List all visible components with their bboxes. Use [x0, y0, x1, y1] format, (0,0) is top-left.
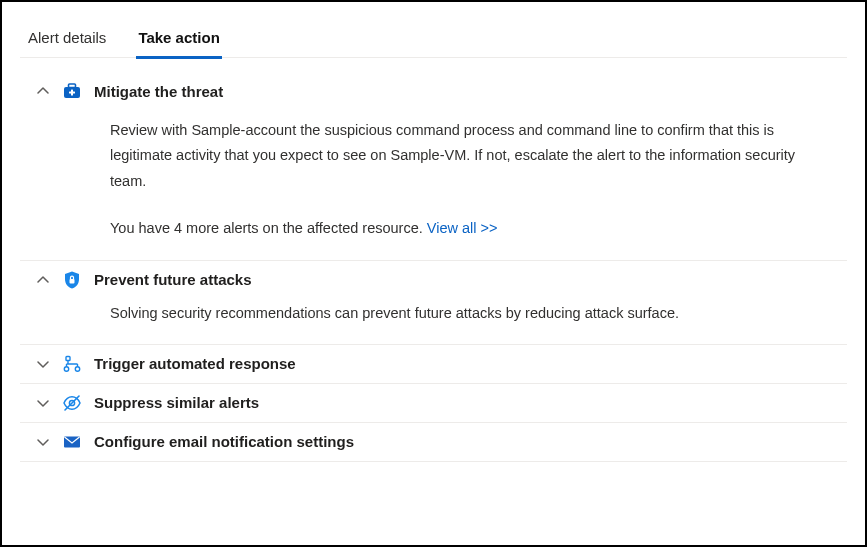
panel-trigger-response: Trigger automated response: [20, 345, 847, 384]
svg-rect-4: [70, 279, 75, 284]
panel-prevent-attacks: Prevent future attacks Solving security …: [20, 261, 847, 345]
panel-mitigate-threat: Mitigate the threat Review with Sample-a…: [20, 72, 847, 261]
panel-header-mitigate[interactable]: Mitigate the threat: [20, 72, 847, 110]
panel-email-settings: Configure email notification settings: [20, 423, 847, 462]
mitigate-description: Review with Sample-account the suspiciou…: [110, 122, 795, 189]
prevent-description: Solving security recommendations can pre…: [110, 305, 679, 321]
take-action-pane: Alert details Take action Mitigate the t…: [0, 0, 867, 547]
tab-take-action[interactable]: Take action: [136, 19, 221, 58]
svg-rect-5: [66, 356, 70, 360]
chevron-down-icon: [36, 357, 50, 371]
eye-hide-icon: [62, 393, 82, 413]
view-all-link[interactable]: View all >>: [427, 220, 498, 236]
panel-title-mitigate: Mitigate the threat: [94, 83, 223, 100]
tab-strip: Alert details Take action: [20, 18, 847, 58]
chevron-down-icon: [36, 396, 50, 410]
panel-header-trigger[interactable]: Trigger automated response: [20, 345, 847, 383]
affected-resource-note: You have 4 more alerts on the affected r…: [110, 216, 831, 241]
panel-body-mitigate: Review with Sample-account the suspiciou…: [20, 110, 847, 260]
panel-suppress-alerts: Suppress similar alerts: [20, 384, 847, 423]
chevron-up-icon: [36, 273, 50, 287]
panel-header-suppress[interactable]: Suppress similar alerts: [20, 384, 847, 422]
svg-point-6: [64, 367, 68, 371]
mail-icon: [62, 432, 82, 452]
panel-title-prevent: Prevent future attacks: [94, 271, 252, 288]
svg-point-7: [75, 367, 79, 371]
action-panels: Mitigate the threat Review with Sample-a…: [20, 72, 847, 462]
panel-title-suppress: Suppress similar alerts: [94, 394, 259, 411]
panel-title-trigger: Trigger automated response: [94, 355, 296, 372]
svg-rect-3: [69, 92, 75, 94]
panel-title-email: Configure email notification settings: [94, 433, 354, 450]
svg-rect-1: [69, 84, 76, 88]
medkit-icon: [62, 81, 82, 101]
panel-header-prevent[interactable]: Prevent future attacks: [20, 261, 847, 299]
chevron-down-icon: [36, 435, 50, 449]
tab-alert-details[interactable]: Alert details: [26, 19, 108, 58]
panel-header-email[interactable]: Configure email notification settings: [20, 423, 847, 461]
affected-count-text: You have 4 more alerts on the affected r…: [110, 220, 427, 236]
chevron-up-icon: [36, 84, 50, 98]
shield-lock-icon: [62, 270, 82, 290]
workflow-icon: [62, 354, 82, 374]
panel-body-prevent: Solving security recommendations can pre…: [20, 299, 847, 344]
